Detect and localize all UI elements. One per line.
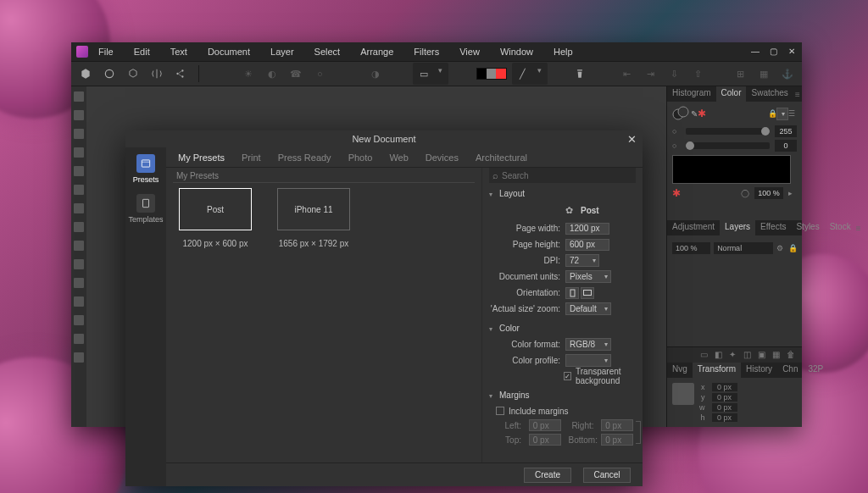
eyedropper-icon[interactable]: ✎ (691, 109, 698, 119)
swatch-red-icon[interactable]: ✱ (698, 108, 706, 119)
section-layout[interactable]: ▾Layout (489, 186, 636, 201)
dialog-tab-photo[interactable]: Photo (340, 149, 381, 166)
dialog-close-icon[interactable]: ✕ (627, 133, 637, 143)
layers-list[interactable] (667, 258, 802, 346)
y-value[interactable]: 0 px (712, 393, 737, 402)
tool-icon[interactable] (74, 315, 84, 325)
color-mode-dropdown[interactable] (776, 108, 788, 120)
tool-icon[interactable] (74, 203, 84, 213)
units-select[interactable]: Pixels (565, 270, 611, 283)
tool-icon[interactable] (74, 352, 84, 363)
gear-icon[interactable]: ⚙ (776, 244, 785, 252)
tab-swatches[interactable]: Swatches (746, 86, 793, 102)
share-icon[interactable] (171, 64, 190, 83)
anchor-grid-icon[interactable] (672, 383, 694, 405)
lock-icon[interactable]: 🔒 (788, 244, 797, 252)
link-margins-icon[interactable] (636, 421, 641, 444)
toolbar-align-left-icon[interactable]: ⇤ (617, 64, 636, 83)
percent-value[interactable]: 100 % (754, 187, 783, 199)
swatch-red-icon[interactable]: ✱ (672, 187, 681, 199)
tab-color[interactable]: Color (716, 86, 747, 102)
menu-window[interactable]: Window (500, 47, 533, 57)
color-preview[interactable] (672, 155, 791, 184)
page-height-input[interactable] (565, 239, 609, 251)
preset-card[interactable]: Post1200 px × 600 px (173, 188, 258, 248)
opacity-slider[interactable] (686, 128, 770, 135)
color-profile-select[interactable] (565, 354, 611, 367)
dialog-tab-my-presets[interactable]: My Presets (170, 149, 233, 166)
tab-layers[interactable]: Layers (720, 220, 755, 235)
tool-icon[interactable] (74, 129, 84, 139)
chevron-icon[interactable]: ▸ (788, 189, 797, 197)
w-value[interactable]: 0 px (712, 403, 737, 412)
menu-text[interactable]: Text (170, 47, 187, 57)
toolbar-moon-icon[interactable]: ◐ (263, 64, 281, 83)
x-value[interactable]: 0 px (712, 383, 737, 391)
page-width-input[interactable] (565, 223, 609, 235)
adjust-icon[interactable]: ◧ (715, 350, 725, 360)
tab-stock[interactable]: Stock (825, 220, 856, 235)
trash-icon[interactable]: 🗑 (787, 350, 797, 360)
tab-histogram[interactable]: Histogram (667, 86, 716, 102)
zoom-select[interactable]: Default (565, 302, 611, 315)
dialog-tab-print[interactable]: Print (233, 149, 270, 166)
lock-icon[interactable]: 🔒 (768, 109, 776, 118)
tool-icon[interactable] (74, 278, 84, 288)
tab-32p[interactable]: 32P (803, 363, 828, 378)
section-color[interactable]: ▾Color (489, 321, 636, 335)
search-field[interactable]: ⌕ (489, 168, 636, 183)
toolbar-brush-dropdown[interactable]: ╱▾ (512, 63, 548, 85)
cancel-button[interactable]: Cancel (583, 468, 631, 483)
tab-nav[interactable]: Nvg (667, 363, 693, 378)
tab-styles[interactable]: Styles (791, 220, 824, 235)
add-layer-icon[interactable]: ▦ (772, 350, 782, 360)
panel-menu-icon[interactable]: ≡ (793, 86, 802, 102)
margin-right-input[interactable] (601, 419, 633, 431)
orientation-portrait-button[interactable] (565, 287, 579, 299)
toolbar-half-icon[interactable]: ◑ (366, 64, 385, 83)
toolbar-sun-icon[interactable]: ☀ (239, 64, 258, 83)
menu-help[interactable]: Help (554, 47, 573, 57)
menu-edit[interactable]: Edit (134, 47, 150, 57)
dialog-title-bar[interactable]: New Document ✕ (125, 130, 643, 147)
noise-icon[interactable]: ◯ (741, 189, 749, 197)
menu-layer[interactable]: Layer (270, 47, 294, 57)
toolbar-shape-dropdown[interactable]: ▭▾ (413, 63, 448, 85)
toolbar-circle-icon[interactable]: ○ (310, 64, 329, 83)
tool-icon[interactable] (74, 334, 84, 344)
margin-top-input[interactable] (529, 434, 561, 446)
toolbar-raise-icon[interactable]: ⇧ (688, 64, 707, 83)
search-input[interactable] (502, 168, 636, 183)
mask-icon[interactable]: ▭ (700, 350, 710, 360)
tool-icon[interactable] (74, 222, 84, 232)
tool-icon[interactable] (74, 166, 84, 176)
dialog-tab-devices[interactable]: Devices (417, 149, 467, 166)
orientation-landscape-button[interactable] (581, 287, 594, 299)
menu-view[interactable]: View (459, 47, 480, 57)
toolbar-trash-icon[interactable] (570, 64, 589, 83)
toolbar-lower-icon[interactable]: ⇩ (665, 64, 683, 83)
include-margins-checkbox[interactable] (496, 407, 504, 415)
tool-icon[interactable] (74, 185, 84, 195)
group-icon[interactable]: ▣ (758, 350, 768, 360)
tab-adjustment[interactable]: Adjustment (667, 220, 720, 235)
persona-cube-icon[interactable] (124, 64, 142, 83)
tool-icon[interactable] (74, 241, 84, 251)
tab-history[interactable]: History (741, 363, 777, 378)
margin-left-input[interactable] (529, 419, 561, 431)
blend-mode-dropdown[interactable]: Normal (714, 242, 773, 254)
margin-bottom-input[interactable] (601, 434, 633, 446)
second-slider[interactable] (686, 142, 770, 149)
crop-icon[interactable]: ◫ (743, 350, 754, 360)
menu-arrange[interactable]: Arrange (360, 47, 393, 57)
panel-menu-icon[interactable]: ☰ (788, 109, 797, 118)
dpi-select[interactable]: 72 (565, 254, 599, 267)
menu-file[interactable]: File (98, 47, 114, 57)
toolbar-anchor-icon[interactable]: ⚓ (778, 64, 797, 83)
minimize-button[interactable]: ― (751, 47, 760, 56)
fg-bg-color-icon[interactable] (672, 106, 691, 121)
toolbar-align-right-icon[interactable]: ⇥ (641, 64, 659, 83)
tab-transform[interactable]: Transform (693, 363, 741, 378)
opacity-value[interactable]: 255 (775, 125, 797, 137)
second-value[interactable]: 0 (775, 140, 797, 152)
